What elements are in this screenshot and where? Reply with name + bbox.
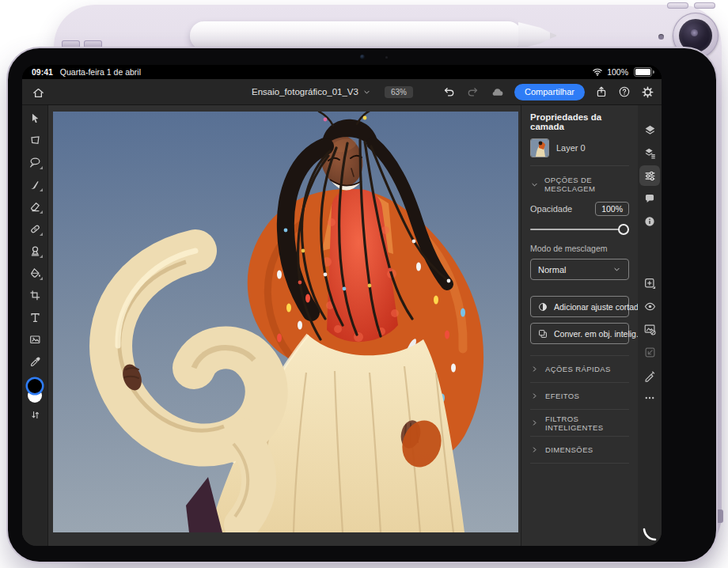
redo-icon xyxy=(466,85,480,99)
rail-image-hidden[interactable] xyxy=(639,319,660,339)
tool-transform[interactable] xyxy=(24,129,46,151)
rail-export[interactable] xyxy=(639,342,660,362)
panel-section[interactable]: AÇÕES RÁPIDAS xyxy=(530,356,629,383)
front-camera xyxy=(360,55,365,59)
opacity-value[interactable]: 100% xyxy=(595,202,629,216)
eye-icon xyxy=(643,300,657,313)
share-ios-icon xyxy=(595,85,608,98)
layers-lines-icon xyxy=(643,146,657,160)
swap-colors-button[interactable] xyxy=(29,409,41,421)
help-icon xyxy=(618,85,631,98)
info-icon xyxy=(643,215,656,228)
rail-layer-properties[interactable] xyxy=(639,142,660,163)
slider-handle[interactable] xyxy=(618,224,629,235)
photoshop-app: Ensaio_fotográfico_01_V3 63% Compartilha… xyxy=(22,79,662,546)
blend-options-header[interactable]: OPÇÕES DE MESCLAGEM xyxy=(530,176,629,193)
apple-pencil xyxy=(190,21,522,50)
opacity-slider[interactable] xyxy=(530,224,629,235)
export-icon xyxy=(643,346,657,359)
settings-button[interactable] xyxy=(641,85,654,99)
layer-row[interactable]: Layer 0 xyxy=(530,138,629,166)
status-bar: 09:41 Quarta-feira 1 de abril 100% xyxy=(22,65,662,79)
layer-properties-panel: Propriedades da camada Layer 0 OPÇÕES DE… xyxy=(521,105,638,546)
home-button[interactable] xyxy=(29,84,47,101)
tool-crop[interactable] xyxy=(24,284,46,306)
add-clipped-adjustment-button[interactable]: Adicionar ajuste cortado xyxy=(530,296,629,317)
help-button[interactable] xyxy=(618,85,631,98)
redo-button[interactable] xyxy=(466,85,480,99)
rail-info[interactable] xyxy=(639,211,660,232)
tool-rail xyxy=(22,105,48,546)
fill-icon xyxy=(28,267,42,280)
panel-section[interactable]: FILTROS INTELIGENTES xyxy=(530,410,629,437)
tool-brush[interactable] xyxy=(24,173,46,195)
move-icon xyxy=(28,112,42,125)
blend-mode-select[interactable]: Normal xyxy=(530,259,629,280)
foreground-color-chip[interactable] xyxy=(28,379,42,393)
photo-illustration xyxy=(53,112,518,532)
canvas-pasteboard xyxy=(48,105,521,546)
document-title[interactable]: Ensaio_fotográfico_01_V3 xyxy=(252,87,358,97)
volume-button xyxy=(667,2,688,9)
tool-healing[interactable] xyxy=(24,218,46,240)
image-hidden-icon xyxy=(643,323,657,336)
swap-icon xyxy=(29,409,41,421)
chevron-right-icon xyxy=(530,392,539,400)
brush-icon xyxy=(28,178,42,191)
panel-title: Propriedades da camada xyxy=(530,105,629,131)
tool-eraser[interactable] xyxy=(24,195,46,218)
app-top-bar: Ensaio_fotográfico_01_V3 63% Compartilha… xyxy=(22,79,662,105)
export-share-button[interactable] xyxy=(595,85,608,98)
chevron-down-icon[interactable] xyxy=(362,88,371,97)
undo-button[interactable] xyxy=(442,85,456,99)
rail-layers[interactable] xyxy=(639,119,660,140)
sliders-icon xyxy=(643,169,657,183)
more-icon xyxy=(643,392,656,404)
comment-icon xyxy=(643,192,656,205)
lens-glint xyxy=(691,29,698,36)
blend-mode-label: Modo de mesclagem xyxy=(530,244,629,253)
rail-style[interactable] xyxy=(639,365,660,385)
battery-percent: 100% xyxy=(607,67,628,77)
tool-fill[interactable] xyxy=(24,262,46,284)
place-image-icon xyxy=(28,333,42,346)
rail-properties[interactable] xyxy=(639,165,660,186)
apple-pencil-tip xyxy=(518,21,558,50)
cloud-icon xyxy=(490,85,504,99)
corner-gesture-mark xyxy=(643,528,657,542)
canvas-photo[interactable] xyxy=(53,112,518,532)
chevron-right-icon xyxy=(530,365,539,373)
chevron-down-icon xyxy=(612,265,621,274)
rail-visibility[interactable] xyxy=(639,296,660,316)
opacity-label: Opacidade xyxy=(530,204,572,214)
rail-comments[interactable] xyxy=(639,188,660,209)
rail-add-layer[interactable] xyxy=(639,273,660,293)
tool-lasso[interactable] xyxy=(24,151,46,173)
lasso-icon xyxy=(28,156,42,169)
convert-smart-object-button[interactable]: Conver. em obj. intelig. xyxy=(530,323,629,344)
tool-eyedropper[interactable] xyxy=(24,350,46,373)
wand-icon xyxy=(643,369,657,382)
crop-icon xyxy=(28,289,42,302)
zoom-level-badge[interactable]: 63% xyxy=(385,86,413,98)
blend-options-label: OPÇÕES DE MESCLAGEM xyxy=(544,176,629,193)
marketing-scene: 09:41 Quarta-feira 1 de abril 100% Ensai… xyxy=(0,0,728,568)
ambient-sensor xyxy=(385,56,388,59)
rear-mic xyxy=(658,34,664,40)
battery-icon xyxy=(634,67,652,77)
layer-thumbnail[interactable] xyxy=(530,138,549,157)
tool-move[interactable] xyxy=(24,107,46,129)
panel-section[interactable]: DIMENSÕES xyxy=(530,437,629,464)
smart-object-icon xyxy=(537,328,548,339)
tool-place-image[interactable] xyxy=(24,328,46,350)
tool-type[interactable] xyxy=(24,306,46,328)
rail-more[interactable] xyxy=(639,388,660,408)
tool-clone-stamp[interactable] xyxy=(24,240,46,262)
home-icon xyxy=(32,86,45,100)
clock: 09:41 xyxy=(32,67,53,77)
stamp-icon xyxy=(28,244,42,258)
share-button[interactable]: Compartilhar xyxy=(514,84,585,100)
panel-section[interactable]: EFEITOS xyxy=(530,383,629,410)
layer-name: Layer 0 xyxy=(556,143,586,153)
cloud-sync-button[interactable] xyxy=(490,85,504,99)
